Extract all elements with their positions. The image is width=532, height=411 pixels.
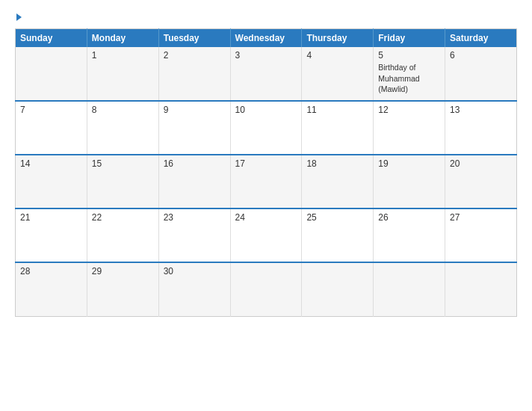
day-cell: 7 <box>16 101 87 155</box>
day-number: 4 <box>306 50 368 61</box>
day-cell: 18 <box>302 155 374 208</box>
day-cell: 6 <box>445 47 517 101</box>
day-number: 17 <box>235 158 297 169</box>
day-cell: 5Birthday of Muhammad (Mawlid) <box>374 47 445 101</box>
day-number: 20 <box>450 158 512 169</box>
day-cell: 1 <box>87 47 158 101</box>
day-number: 23 <box>164 212 226 223</box>
day-cell: 27 <box>445 208 517 262</box>
day-number: 13 <box>450 105 512 115</box>
day-cell: 20 <box>445 155 517 208</box>
day-cell: 13 <box>445 101 517 155</box>
day-number: 30 <box>164 266 226 276</box>
day-number: 15 <box>92 158 154 169</box>
calendar-table: SundayMondayTuesdayWednesdayThursdayFrid… <box>15 28 517 317</box>
day-cell <box>302 262 374 316</box>
day-number: 8 <box>92 105 154 115</box>
day-number: 24 <box>235 212 297 223</box>
day-number: 7 <box>20 105 82 115</box>
day-cell: 26 <box>374 208 445 262</box>
day-cell: 2 <box>158 47 230 101</box>
day-number: 10 <box>235 105 297 115</box>
event-label: Birthday of Muhammad (Mawlid) <box>378 63 419 93</box>
day-header-friday: Friday <box>374 29 445 48</box>
day-number: 2 <box>164 50 226 61</box>
week-row-4: 21222324252627 <box>16 208 517 262</box>
day-number: 1 <box>92 50 154 61</box>
day-header-saturday: Saturday <box>445 29 517 48</box>
day-cell: 24 <box>230 208 302 262</box>
day-cell: 23 <box>158 208 230 262</box>
header <box>15 13 517 21</box>
day-cell: 12 <box>374 101 445 155</box>
day-cell: 14 <box>16 155 87 208</box>
day-number: 25 <box>306 212 368 223</box>
day-number: 9 <box>164 105 226 115</box>
day-cell: 9 <box>158 101 230 155</box>
day-number: 29 <box>92 266 154 276</box>
day-cell <box>230 262 302 316</box>
day-cell: 4 <box>302 47 374 101</box>
day-number: 3 <box>235 50 297 61</box>
day-cell <box>374 262 445 316</box>
day-header-sunday: Sunday <box>16 29 87 48</box>
week-row-1: 12345Birthday of Muhammad (Mawlid)6 <box>16 47 517 101</box>
day-number: 11 <box>306 105 368 115</box>
day-number: 19 <box>378 158 440 169</box>
day-number: 21 <box>20 212 82 223</box>
day-cell: 22 <box>87 208 158 262</box>
logo-triangle-icon <box>16 13 22 21</box>
logo-blue-row <box>15 13 22 21</box>
calendar-page: SundayMondayTuesdayWednesdayThursdayFrid… <box>0 0 532 411</box>
day-header-thursday: Thursday <box>302 29 374 48</box>
day-number: 18 <box>306 158 368 169</box>
day-number: 12 <box>378 105 440 115</box>
logo <box>15 13 22 21</box>
day-number: 28 <box>20 266 82 276</box>
day-cell: 3 <box>230 47 302 101</box>
days-header-row: SundayMondayTuesdayWednesdayThursdayFrid… <box>16 29 517 48</box>
day-cell: 29 <box>87 262 158 316</box>
day-header-monday: Monday <box>87 29 158 48</box>
day-number: 22 <box>92 212 154 223</box>
day-cell: 25 <box>302 208 374 262</box>
day-cell: 30 <box>158 262 230 316</box>
day-cell <box>445 262 517 316</box>
day-cell: 11 <box>302 101 374 155</box>
day-cell: 28 <box>16 262 87 316</box>
week-row-2: 78910111213 <box>16 101 517 155</box>
day-cell: 15 <box>87 155 158 208</box>
day-cell: 19 <box>374 155 445 208</box>
day-number: 6 <box>450 50 512 61</box>
week-row-5: 282930 <box>16 262 517 316</box>
day-header-wednesday: Wednesday <box>230 29 302 48</box>
week-row-3: 14151617181920 <box>16 155 517 208</box>
day-number: 27 <box>450 212 512 223</box>
day-number: 14 <box>20 158 82 169</box>
day-cell: 10 <box>230 101 302 155</box>
day-number: 5 <box>378 50 440 61</box>
day-header-tuesday: Tuesday <box>158 29 230 48</box>
day-cell: 16 <box>158 155 230 208</box>
day-cell: 21 <box>16 208 87 262</box>
day-cell: 17 <box>230 155 302 208</box>
day-cell <box>16 47 87 101</box>
day-number: 26 <box>378 212 440 223</box>
day-number: 16 <box>164 158 226 169</box>
day-cell: 8 <box>87 101 158 155</box>
